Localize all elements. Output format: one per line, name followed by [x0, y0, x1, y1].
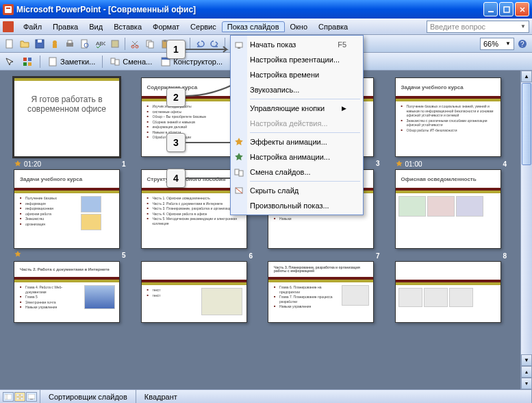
svg-rect-30 [28, 62, 31, 66]
doc-icon [3, 21, 14, 32]
prev-slide-button[interactable]: ▴ [521, 366, 532, 378]
menu-tools[interactable]: Сервис [185, 21, 222, 32]
menu-window[interactable]: Окно [285, 21, 314, 32]
menu-edit[interactable]: Правка [47, 21, 84, 32]
save-button[interactable] [33, 37, 47, 51]
svg-rect-12 [68, 40, 72, 43]
svg-rect-8 [38, 40, 42, 42]
new-button[interactable] [3, 37, 16, 51]
slide-number: 7 [376, 252, 380, 260]
menu-insert[interactable]: Вставка [108, 21, 147, 32]
close-button[interactable] [515, 2, 529, 16]
slide-number: 6 [249, 252, 253, 260]
cut-button[interactable] [128, 37, 142, 51]
slideshow-menu-dropdown: Начать показF5 Настройка презентации... … [230, 35, 364, 215]
menu-help[interactable]: Справка [313, 21, 353, 32]
callout-4: 4 [166, 169, 186, 188]
slide-number: 8 [503, 252, 507, 260]
minimize-button[interactable] [483, 2, 498, 16]
callout-2: 2 [166, 88, 186, 107]
menu-record[interactable]: Звукозапись... [231, 82, 363, 97]
print-button[interactable] [63, 37, 77, 51]
menu-setup-show[interactable]: Настройка презентации... [231, 52, 363, 67]
slide-number: 3 [376, 160, 380, 167]
slide-title: Часть 3. Планирование, разработка и орга… [268, 262, 373, 280]
menu-hide-slide[interactable]: Скрыть слайд [231, 183, 363, 198]
menu-file[interactable]: Файл [18, 21, 47, 32]
projector-icon [233, 39, 244, 50]
slide-thumbnail[interactable]: Часть 2. Работа с документами в Интернет… [14, 261, 120, 323]
menu-format[interactable]: Формат [147, 21, 185, 32]
scroll-up-button[interactable]: ▲ [521, 71, 532, 82]
svg-rect-27 [23, 58, 27, 61]
maximize-button[interactable] [499, 2, 514, 16]
svg-rect-48 [28, 394, 35, 399]
svg-rect-10 [53, 44, 57, 48]
scroll-down-button[interactable]: ▼ [521, 354, 532, 366]
svg-rect-1 [6, 8, 10, 9]
svg-rect-46 [16, 398, 19, 400]
menu-action-settings: Настройка действия... [231, 116, 363, 131]
slide-title: Часть 2. Работа с документами в Интернет… [14, 262, 119, 280]
slide-thumbnail[interactable]: Задачи учебного курса Получение базовых … [395, 77, 501, 157]
svg-rect-32 [111, 58, 115, 64]
svg-rect-31 [49, 58, 56, 66]
menubar: Файл Правка Вид Вставка Формат Сервис По… [0, 19, 532, 35]
menu-start-show[interactable]: Начать показF5 [231, 37, 363, 52]
status-view-label: Сортировщик слайдов [40, 390, 136, 403]
menu-custom-show[interactable]: Произвольный показ... [231, 198, 363, 213]
svg-rect-33 [115, 60, 119, 65]
scroll-thumb[interactable] [522, 83, 531, 165]
transition-icon [233, 167, 244, 178]
callout-1: 1 [166, 40, 186, 59]
normal-view-button[interactable] [3, 392, 14, 402]
transition-button[interactable]: Смена... [107, 55, 155, 69]
open-button[interactable] [18, 37, 31, 51]
app-icon [3, 4, 14, 15]
svg-rect-2 [488, 11, 494, 12]
slide-thumbnail[interactable]: Часть 3. Планирование, разработка и орга… [268, 261, 374, 323]
menu-view[interactable]: Вид [84, 21, 108, 32]
research-button[interactable] [108, 37, 122, 51]
zoom-combo[interactable]: 66%▼ [480, 38, 514, 50]
status-template-label: Квадрант [136, 390, 532, 403]
notes-button[interactable]: Заметки... [45, 55, 98, 69]
slide-number: 1 [122, 160, 126, 168]
menu-anim-effects[interactable]: Эффекты анимации... [231, 134, 363, 149]
slideshow-view-button[interactable] [26, 392, 37, 402]
menu-action-buttons[interactable]: Управляющие кнопки▶ [231, 101, 363, 116]
help-button[interactable]: ? [516, 37, 529, 51]
vertical-scrollbar[interactable]: ▲ ▼ ▴ ▾ [520, 71, 532, 389]
slide-thumbnail[interactable]: тексттекст [141, 261, 247, 323]
permission-button[interactable] [48, 37, 62, 51]
next-slide-button[interactable]: ▾ [521, 378, 532, 389]
slide-title [396, 262, 501, 282]
star-icon [233, 136, 244, 147]
menu-slideshow[interactable]: Показ слайдов [222, 21, 285, 32]
slide-thumbnail[interactable]: Задачи учебного курса Получение базовыхи… [14, 169, 120, 249]
svg-rect-37 [238, 47, 240, 49]
preview-button[interactable] [78, 37, 92, 51]
svg-rect-45 [21, 394, 23, 396]
slide-time: 01:00 [405, 160, 422, 168]
menu-custom-anim[interactable]: Настройка анимации... [231, 149, 363, 164]
sorter-view-button[interactable] [14, 392, 25, 402]
window-title: Microsoft PowerPoint - [Современный офис… [16, 5, 483, 14]
hide-icon [233, 185, 244, 196]
svg-rect-20 [149, 42, 153, 48]
menu-transition[interactable]: Смена слайдов... [231, 164, 363, 180]
slide-thumbnail[interactable]: Я готов работать в современном офисе [14, 77, 120, 157]
menu-rehearse[interactable]: Настройка времени [231, 67, 363, 82]
arrow-icon[interactable] [3, 55, 16, 69]
color-button[interactable] [19, 55, 36, 69]
slide-thumbnail[interactable]: Офисная осведомленность [395, 169, 501, 249]
slide-thumbnail[interactable] [395, 261, 501, 323]
titlebar: Microsoft PowerPoint - [Современный офис… [0, 0, 532, 19]
svg-rect-3 [504, 7, 509, 12]
ask-question-box[interactable]: Введите вопрос▼ [427, 21, 529, 33]
svg-rect-44 [16, 394, 19, 396]
anim-icon [233, 151, 244, 162]
spell-button[interactable]: ABC [93, 37, 107, 51]
copy-button[interactable] [143, 37, 157, 51]
slide-title [142, 262, 246, 282]
